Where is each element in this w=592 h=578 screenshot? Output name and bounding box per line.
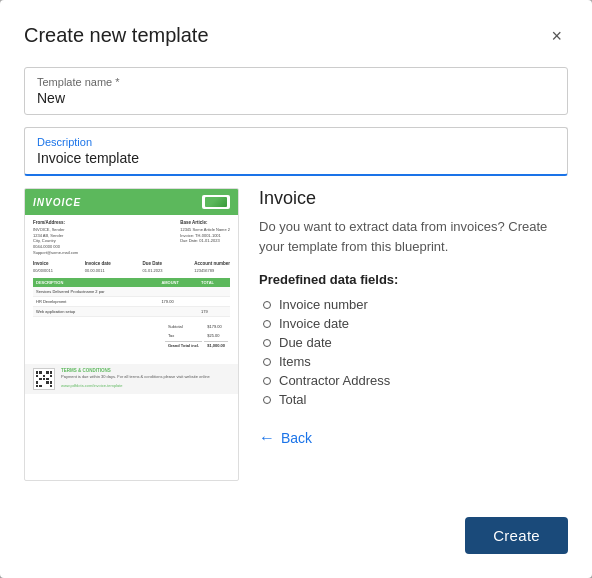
field-invoice-number: Invoice number <box>279 297 368 312</box>
template-name-input[interactable] <box>37 90 555 106</box>
modal-header: Create new template × <box>24 24 568 47</box>
due-date-value: 01.01.2023 <box>142 268 162 274</box>
invoice-summary-table: Subtotal $179.00 Tax $25.00 Grand Total … <box>163 321 230 351</box>
info-description: Do you want to extract data from invoice… <box>259 217 568 256</box>
account-value: 123456789 <box>194 268 230 274</box>
create-template-modal: Create new template × Template name * De… <box>0 0 592 578</box>
field-contractor-address: Contractor Address <box>279 373 390 388</box>
invoice-no-value: 00/00/0011 <box>33 268 53 274</box>
invoice-from-block: From/Address: INVOICE, Sender 1234 AB, S… <box>33 220 78 255</box>
table-header-total: TOTAL <box>198 278 230 287</box>
description-input[interactable] <box>37 150 555 166</box>
account-block: Account number 123456789 <box>194 261 230 273</box>
table-row: Web application setup 179 <box>33 307 230 317</box>
invoice-table: DESCRIPTION AMOUNT TOTAL Services Delive… <box>33 278 230 317</box>
table-cell-tot3: 179 <box>198 307 230 317</box>
table-cell-desc3: Web application setup <box>33 307 158 317</box>
invoice-preview-body: From/Address: INVOICE, Sender 1234 AB, S… <box>25 215 238 360</box>
invoice-no-block: Invoice 00/00/0011 <box>33 261 53 273</box>
account-label: Account number <box>194 261 230 267</box>
list-item: Due date <box>259 333 568 352</box>
list-item: Invoice date <box>259 314 568 333</box>
invoice-from-line5: Support@some-mail.com <box>33 250 78 256</box>
table-cell-desc2: HR Development <box>33 297 158 307</box>
grand-total-label: Grand Total incl. <box>165 341 202 349</box>
invoice-preview-title: INVOICE <box>33 197 81 208</box>
invoice-bill-block: Base Article: 12345 Some Article Name 2 … <box>180 220 230 255</box>
table-cell-amt2: 179.00 <box>158 297 198 307</box>
qr-code <box>33 368 55 390</box>
subtotal-label: Subtotal <box>165 323 202 330</box>
table-cell-tot2 <box>198 297 230 307</box>
table-row: Services Delivered Productname 2 par <box>33 287 230 297</box>
footer-text: Payment is due within 30 days. For all t… <box>61 374 210 380</box>
invoice-logo-inner <box>205 197 227 207</box>
summary-total-row: Grand Total incl. $1,000.00 <box>165 341 228 349</box>
data-fields: Invoice number Invoice date Due date Ite… <box>259 295 568 409</box>
content-row: INVOICE From/Address: INVOICE, Sender 12… <box>24 188 568 481</box>
back-button[interactable]: ← Back <box>259 429 312 447</box>
footer-title: TERMS & CONDITIONS <box>61 368 210 373</box>
field-due-date: Due date <box>279 335 332 350</box>
list-item: Contractor Address <box>259 371 568 390</box>
invoice-preview: INVOICE From/Address: INVOICE, Sender 12… <box>24 188 239 481</box>
table-header-amount: AMOUNT <box>158 278 198 287</box>
close-button[interactable]: × <box>545 25 568 47</box>
table-cell-amt3 <box>158 307 198 317</box>
field-total: Total <box>279 392 306 407</box>
predefined-label: Predefined data fields: <box>259 272 568 287</box>
template-name-field: Template name * <box>24 67 568 115</box>
invoice-footer: TERMS & CONDITIONS Payment is due within… <box>25 364 238 394</box>
back-label: Back <box>281 430 312 446</box>
modal-title: Create new template <box>24 24 209 47</box>
field-items: Items <box>279 354 311 369</box>
list-item: Invoice number <box>259 295 568 314</box>
summary-subtotal-row: Subtotal $179.00 <box>165 323 228 330</box>
fields-list: Invoice number Invoice date Due date Ite… <box>259 295 568 409</box>
invoice-bill-line3: Due Date: 01-01-2023 <box>180 238 230 244</box>
invoice-logo <box>202 195 230 209</box>
due-date-label: Due Date <box>142 261 162 267</box>
list-item: Total <box>259 390 568 409</box>
create-button[interactable]: Create <box>465 517 568 554</box>
list-item: Items <box>259 352 568 371</box>
info-title: Invoice <box>259 188 568 209</box>
tax-value: $25.00 <box>204 332 228 339</box>
invoice-dates-row: Invoice 00/00/0011 Invoice date 00.00.00… <box>33 261 230 273</box>
invoice-bill-label: Base Article: <box>180 220 230 226</box>
description-label: Description <box>37 136 555 148</box>
due-date-block: Due Date 01.01.2023 <box>142 261 162 273</box>
tax-label: Tax <box>165 332 202 339</box>
table-header-desc: DESCRIPTION <box>33 278 158 287</box>
back-arrow-icon: ← <box>259 429 275 447</box>
invoice-address-row: From/Address: INVOICE, Sender 1234 AB, S… <box>33 220 230 255</box>
table-row: HR Development 179.00 <box>33 297 230 307</box>
invoice-date-label: Invoice date <box>85 261 111 267</box>
summary-tax-row: Tax $25.00 <box>165 332 228 339</box>
template-name-label: Template name * <box>37 76 555 88</box>
info-panel: Invoice Do you want to extract data from… <box>259 188 568 481</box>
invoice-preview-header: INVOICE <box>25 189 238 215</box>
footer-url: www.pdfdots.com/invoice-template <box>61 383 210 388</box>
invoice-date-value: 00.00.0011 <box>85 268 111 274</box>
table-cell-amt1 <box>158 287 198 297</box>
invoice-from-label: From/Address: <box>33 220 78 226</box>
modal-footer: Create <box>24 505 568 554</box>
invoice-date-block: Invoice date 00.00.0011 <box>85 261 111 273</box>
table-cell-desc1: Services Delivered Productname 2 par <box>33 287 158 297</box>
description-field: Description <box>24 127 568 176</box>
invoice-summary: Subtotal $179.00 Tax $25.00 Grand Total … <box>33 321 230 351</box>
subtotal-value: $179.00 <box>204 323 228 330</box>
invoice-footer-content: TERMS & CONDITIONS Payment is due within… <box>61 368 210 388</box>
grand-total-value: $1,000.00 <box>204 341 228 349</box>
table-cell-tot1 <box>198 287 230 297</box>
field-invoice-date: Invoice date <box>279 316 349 331</box>
